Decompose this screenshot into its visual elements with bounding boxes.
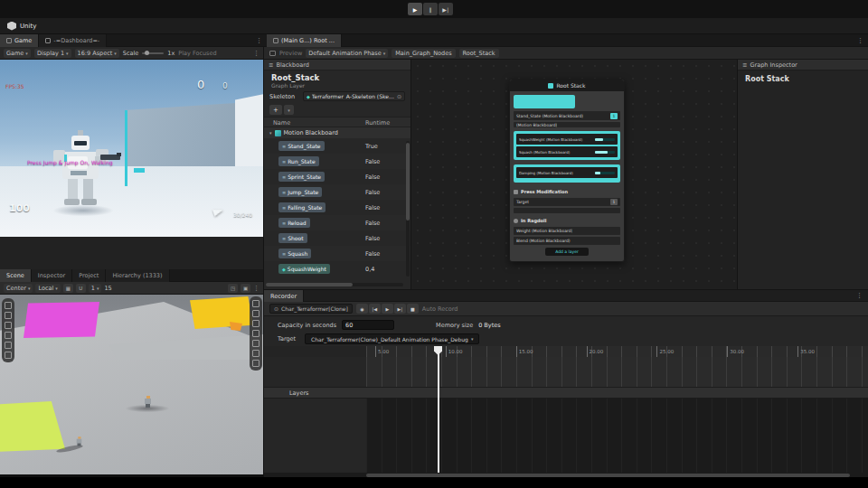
tool-transform-icon[interactable]: [5, 352, 12, 359]
breadcrumb-main-graph-nodes[interactable]: Main_Graph_Nodes: [392, 49, 455, 58]
scale-slider-knob[interactable]: [145, 51, 149, 55]
gizmo-grid-icon[interactable]: [252, 340, 259, 347]
weight-slider[interactable]: [595, 151, 615, 154]
layers-header-row[interactable]: Layers: [264, 387, 868, 399]
blackboard-row[interactable]: ◆ SquashWeight 0,4: [264, 261, 410, 277]
skeleton-object-field[interactable]: ◆ Terraformer_A-Skeleton (Skeleton) ⊙: [303, 91, 405, 101]
node-parameter-row[interactable]: Weight (Motion Blackboard): [514, 227, 620, 235]
snap-toggle-icon[interactable]: U: [76, 284, 86, 293]
parameter-pill[interactable]: ≡ Squash: [278, 249, 311, 258]
parameter-pill[interactable]: ≡ Sprint_State: [278, 172, 325, 182]
scene-toolbar-menu-icon[interactable]: ⋮: [253, 282, 259, 295]
recorder-source-field[interactable]: ⊙ Char_Terraformer[Clone]: [269, 304, 353, 314]
gizmo-misc-icon[interactable]: [252, 360, 259, 367]
play-button[interactable]: ▶: [408, 3, 422, 15]
aspect-dropdown[interactable]: 16:9 Aspect▾: [75, 49, 119, 58]
node-header[interactable]: Root Stack: [510, 80, 624, 91]
scene-panel-tab[interactable]: Project: [72, 269, 106, 282]
node-parameter-row[interactable]: (Motion Blackboard): [514, 122, 620, 127]
tool-scale-icon[interactable]: [5, 332, 12, 339]
blackboard-vertical-scrollbar[interactable]: [406, 141, 410, 277]
scrollbar-thumb[interactable]: [266, 283, 353, 286]
pause-button[interactable]: ∥: [423, 3, 438, 15]
game-mode-dropdown[interactable]: Game▾: [4, 49, 31, 58]
object-picker-icon[interactable]: ⊙: [397, 93, 401, 99]
blackboard-row[interactable]: ≡ Squash False: [264, 246, 410, 261]
add-parameter-button[interactable]: +: [269, 105, 282, 115]
playhead-line[interactable]: [438, 346, 439, 473]
game-panel-tab[interactable]: Game: [0, 34, 39, 47]
blackboard-horizontal-scrollbar[interactable]: [266, 283, 403, 286]
scrollbar-thumb[interactable]: [406, 143, 410, 221]
graph-canvas[interactable]: Root Stack Stand_State (Motion Blackboar…: [411, 60, 737, 289]
timeline-upper-track[interactable]: [366, 357, 868, 387]
gizmo-effects-icon[interactable]: [252, 330, 259, 337]
parameter-pill[interactable]: ≡ Reload: [278, 218, 310, 228]
recorder-tab[interactable]: Recorder: [264, 290, 304, 302]
gizmo-nav-icon[interactable]: [252, 350, 259, 357]
tool-rotate-icon[interactable]: [5, 322, 12, 329]
orientation-dropdown[interactable]: Local▾: [35, 284, 60, 293]
display-dropdown[interactable]: Display 1▾: [34, 49, 71, 58]
parameter-pill[interactable]: ≡ Run_State: [278, 156, 319, 166]
node-slider-row[interactable]: SquashWeight (Motion Blackboard): [516, 134, 618, 145]
damping-block[interactable]: Damping (Motion Blackboard): [514, 164, 620, 183]
graph-window-tab[interactable]: (Main G...) Root ...: [267, 34, 342, 47]
blackboard-row[interactable]: ≡ Stand_State True: [264, 138, 410, 154]
node-slider-row[interactable]: Squash (Motion Blackboard): [516, 146, 618, 157]
add-parameter-dropdown-icon[interactable]: ▾: [284, 105, 294, 115]
transport-button[interactable]: ▶|: [394, 304, 406, 314]
blackboard-row[interactable]: ≡ Shoot False: [264, 230, 410, 246]
parameter-pill[interactable]: ◆ SquashWeight: [278, 264, 330, 274]
gizmo-camera-icon[interactable]: [252, 300, 259, 307]
blackboard-row[interactable]: ≡ Sprint_State False: [264, 169, 410, 184]
add-layer-button[interactable]: Add a layer: [545, 248, 589, 256]
node-slider-row[interactable]: Damping (Motion Blackboard): [516, 167, 618, 178]
game-panel-tab[interactable]: -=Dashboard=-: [39, 34, 107, 47]
blackboard-row[interactable]: ≡ Reload False: [264, 215, 410, 230]
auto-record-toggle[interactable]: Auto Record: [422, 305, 458, 313]
grid-size-dropdown[interactable]: 1▾: [89, 284, 102, 293]
transport-button[interactable]: ■: [407, 304, 419, 314]
motion-blackboard-foldout[interactable]: ▾ Motion Blackboard: [264, 127, 410, 138]
right-panel-menu-icon[interactable]: ⋮: [857, 34, 863, 47]
blackboard-row[interactable]: ≡ Jump_State False: [264, 184, 410, 200]
node-parameter-row[interactable]: Stand_State (Motion Blackboard) 1: [514, 111, 620, 120]
tool-rect-icon[interactable]: [5, 342, 12, 349]
parameter-pill[interactable]: ≡ Shoot: [278, 233, 307, 243]
target-dropdown[interactable]: Char_Terraformer(Clone)_Default Animatio…: [305, 333, 479, 344]
play-focused-dropdown[interactable]: Play Focused: [178, 50, 216, 57]
scene-viewport[interactable]: [0, 295, 264, 474]
breadcrumb-root-stack[interactable]: Root_Stack: [459, 49, 499, 58]
pivot-dropdown[interactable]: Center▾: [4, 284, 33, 293]
camera-toggle-icon[interactable]: ▣: [241, 284, 250, 293]
root-stack-node[interactable]: Root Stack Stand_State (Motion Blackboar…: [509, 79, 625, 262]
preview-toggle[interactable]: Preview: [279, 50, 302, 57]
tool-move-icon[interactable]: [5, 312, 12, 319]
node-parameter-row[interactable]: Blend (Motion Blackboard): [514, 237, 620, 245]
transport-button[interactable]: ▶: [382, 304, 393, 314]
parameter-pill[interactable]: ≡ Falling_State: [278, 202, 326, 212]
animation-phase-dropdown[interactable]: Default Animation Phase▾: [306, 49, 388, 58]
step-button[interactable]: ▶∣: [439, 3, 453, 15]
game-viewport[interactable]: FPS:35 0 0 Press Jump & Jump On, Walking…: [0, 60, 264, 237]
gizmo-audio-icon[interactable]: [252, 320, 259, 327]
gizmo-light-icon[interactable]: [252, 310, 259, 317]
timeline-lower-track[interactable]: [366, 399, 868, 473]
scene-panel-tab[interactable]: Hierarchy (1333): [106, 269, 169, 282]
game-toolbar-menu-icon[interactable]: ⋮: [253, 47, 259, 60]
active-state-block[interactable]: [514, 95, 575, 108]
game-panel-menu-icon[interactable]: ⋮: [256, 34, 262, 47]
tool-view-icon[interactable]: [5, 302, 12, 309]
recorder-menu-icon[interactable]: ⋮: [856, 290, 863, 301]
blackboard-row[interactable]: ≡ Falling_State False: [264, 200, 410, 215]
scale-slider[interactable]: [142, 52, 164, 54]
node-parameter-row[interactable]: Target 1: [514, 198, 620, 206]
transport-button[interactable]: ◉: [356, 304, 368, 314]
scene-panel-tab[interactable]: Inspector: [32, 269, 72, 282]
node-parameter-row[interactable]: [514, 208, 620, 213]
parameter-pill[interactable]: ≡ Jump_State: [278, 187, 322, 197]
weight-slider[interactable]: [595, 138, 615, 141]
gizmo-toggle-icon[interactable]: ◳: [228, 284, 238, 293]
transport-button[interactable]: |◀: [369, 304, 381, 314]
